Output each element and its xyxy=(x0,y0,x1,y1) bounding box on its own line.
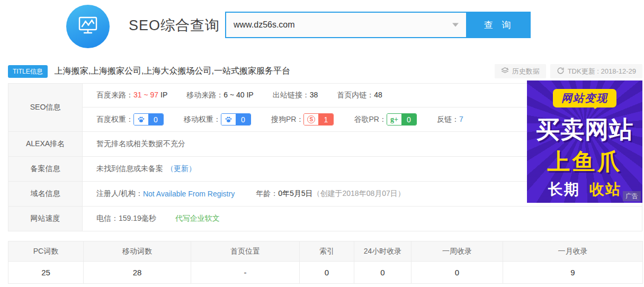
telecom-speed-text: 电信：159.19毫秒 xyxy=(96,214,156,223)
homepage-internal-links: 首页内链：48 xyxy=(337,91,382,100)
ad-tag-label: 广告 xyxy=(623,191,641,201)
alexa-status-text: 暂无排名或相关数据不充分 xyxy=(96,139,185,149)
mobile-traffic: 移动来路：6 ~ 40 IP xyxy=(186,91,253,100)
outbound-links: 出站链接：38 xyxy=(273,91,318,100)
google-plus-icon: g+ xyxy=(387,114,401,125)
mobile-weight-badge[interactable]: 0 xyxy=(221,113,251,125)
backlinks-link[interactable]: 7 xyxy=(459,115,463,123)
promo-link[interactable]: 代写企业软文 xyxy=(175,214,220,223)
baidu-paw-icon xyxy=(221,114,236,125)
col-24h-collected: 24小时收录 xyxy=(354,241,412,262)
ad-subline: 上鱼爪 xyxy=(527,147,642,177)
google-pr: 谷歌PR： g+ 0 xyxy=(354,113,416,125)
registrant-label: 注册人/机构： xyxy=(96,189,143,199)
col-mobile-words: 移动词数 xyxy=(84,241,191,262)
sogou-pr-badge[interactable]: S 1 xyxy=(303,113,334,125)
site-title-text: 上海搬家,上海搬家公司,上海大众搬场公司,一站式搬家服务平台 xyxy=(55,66,290,77)
google-pr-badge[interactable]: g+ 0 xyxy=(387,113,417,125)
site-logo xyxy=(66,5,110,48)
month-collected-value: 9 xyxy=(503,262,643,284)
icp-update-link[interactable]: （更新） xyxy=(166,164,196,174)
stats-header-row: PC词数 移动词数 首页位置 索引 24小时收录 一周收录 一月收录 xyxy=(8,241,643,262)
pc-words-value: 25 xyxy=(8,262,84,284)
age-value: 0年5月5日 xyxy=(278,189,312,199)
tdk-update-button[interactable]: TDK更新 : 2018-12-29 xyxy=(550,64,642,78)
col-month-collected: 一月收录 xyxy=(503,241,643,262)
query-button[interactable]: 查 询 xyxy=(467,12,531,38)
ad-banner[interactable]: 网站变现 买卖网站 上鱼爪 长期收站 广告 xyxy=(527,80,642,203)
chevron-down-icon[interactable] xyxy=(452,23,459,27)
age-label: 年龄： xyxy=(256,189,278,199)
stats-value-row: 25 28 - 0 0 0 9 xyxy=(8,262,643,284)
24h-collected-value: 0 xyxy=(354,262,412,284)
baidu-traffic: 百度来路：31 ~ 97 IP xyxy=(96,91,167,100)
row-label-speed: 网站速度 xyxy=(8,207,83,231)
title-bar: TITLE信息 上海搬家,上海搬家公司,上海大众搬场公司,一站式搬家服务平台 历… xyxy=(8,64,642,78)
sogou-icon: S xyxy=(304,114,318,125)
ad-headline: 买卖网站 xyxy=(527,114,642,146)
col-index: 索引 xyxy=(300,241,354,262)
created-date-note: （创建于2018年08月07日） xyxy=(313,189,405,199)
search-bar: 查 询 xyxy=(225,12,531,38)
col-week-collected: 一周收录 xyxy=(412,241,503,262)
row-label-alexa: ALEXA排名 xyxy=(8,132,83,156)
url-input[interactable] xyxy=(225,12,467,38)
baidu-weight-badge[interactable]: 0 xyxy=(133,113,164,125)
icp-status-text: 未找到信息或未备案 xyxy=(96,164,163,174)
keyword-stats-table: PC词数 移动词数 首页位置 索引 24小时收录 一周收录 一月收录 25 28… xyxy=(8,241,643,284)
history-data-button[interactable]: 历史数据 xyxy=(495,64,546,78)
baidu-weight: 百度权重： 0 xyxy=(96,113,164,125)
row-label-seo: SEO信息 xyxy=(8,84,83,131)
page-title: SEO综合查询 xyxy=(129,16,220,35)
index-value: 0 xyxy=(300,262,354,284)
layers-icon xyxy=(501,67,509,76)
speed-row: 网站速度 电信：159.19毫秒 代写企业软文 xyxy=(8,207,642,231)
col-home-position: 首页位置 xyxy=(191,241,300,262)
mobile-words-value: 28 xyxy=(84,262,191,284)
backlinks: 反链：7 xyxy=(437,115,463,124)
ad-bubble-text: 网站变现 xyxy=(553,89,616,107)
refresh-icon xyxy=(557,67,565,76)
title-info-badge: TITLE信息 xyxy=(8,65,48,78)
monitor-chart-icon xyxy=(75,13,101,40)
week-collected-value: 0 xyxy=(412,262,503,284)
seo-query-page: SEO综合查询 查 询 TITLE信息 上海搬家,上海搬家公司,上海大众搬场公司… xyxy=(0,0,644,287)
baidu-paw-icon xyxy=(134,114,148,125)
home-position-value: - xyxy=(191,262,300,284)
mobile-weight: 移动权重： 0 xyxy=(184,113,251,125)
col-pc-words: PC词数 xyxy=(8,241,84,262)
row-label-domain: 域名信息 xyxy=(8,182,83,206)
registrant-link[interactable]: Not Available From Registry xyxy=(143,190,235,198)
row-label-icp: 备案信息 xyxy=(8,157,83,181)
sogou-pr: 搜狗PR： S 1 xyxy=(271,113,334,125)
